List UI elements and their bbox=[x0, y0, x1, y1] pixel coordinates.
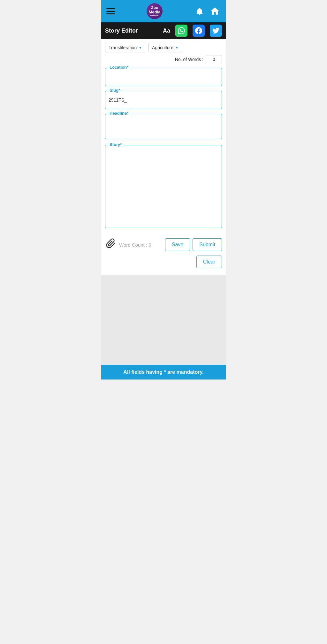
font-size-button[interactable]: Aa bbox=[163, 27, 170, 34]
no-of-words-label: No. of Words : bbox=[175, 57, 203, 62]
slug-input[interactable] bbox=[105, 91, 222, 109]
hamburger-menu[interactable] bbox=[106, 8, 115, 14]
word-count-display: 0 bbox=[206, 56, 222, 63]
transliteration-arrow-icon: ▼ bbox=[139, 46, 142, 50]
attachment-icon[interactable] bbox=[105, 237, 117, 252]
transliteration-dropdown[interactable]: Transliteration ▼ bbox=[105, 43, 145, 52]
footer-bar: All fields having * are mandatory. bbox=[101, 365, 226, 379]
story-field-group: Story* bbox=[105, 145, 222, 229]
main-content: Transliteration ▼ Agriculture ▼ No. of W… bbox=[101, 39, 226, 275]
whatsapp-share-button[interactable] bbox=[175, 25, 187, 37]
dropdowns-row: Transliteration ▼ Agriculture ▼ bbox=[105, 43, 222, 52]
editor-header: Story Editor Aa bbox=[101, 22, 226, 39]
slug-field-group: Slug* bbox=[105, 91, 222, 109]
headline-field-group: Headline* bbox=[105, 114, 222, 141]
clear-button[interactable]: Clear bbox=[196, 256, 222, 268]
facebook-share-button[interactable] bbox=[193, 25, 205, 37]
story-word-count: Word Count : 0 bbox=[117, 242, 165, 248]
category-dropdown[interactable]: Agriculture ▼ bbox=[148, 43, 182, 52]
logo-container: Zee Media MEDIA bbox=[147, 3, 163, 19]
location-field-group: Location* bbox=[105, 68, 222, 86]
story-input[interactable] bbox=[105, 145, 222, 228]
top-nav: Zee Media MEDIA bbox=[101, 0, 226, 22]
headline-label: Headline* bbox=[108, 111, 130, 116]
gray-area bbox=[101, 275, 226, 365]
save-button[interactable]: Save bbox=[165, 238, 190, 251]
twitter-share-button[interactable] bbox=[210, 25, 222, 37]
action-bar: Word Count : 0 Save Submit bbox=[105, 234, 222, 256]
transliteration-label: Transliteration bbox=[109, 45, 137, 50]
home-icon[interactable] bbox=[209, 5, 221, 17]
logo-zee-text: Zee Media bbox=[147, 5, 163, 15]
location-label: Location* bbox=[108, 65, 130, 70]
zee-media-logo: Zee Media MEDIA bbox=[147, 3, 163, 19]
clear-button-row: Clear bbox=[105, 256, 222, 272]
category-arrow-icon: ▼ bbox=[175, 46, 179, 50]
footer-text: All fields having * are mandatory. bbox=[123, 369, 203, 375]
word-count-row: No. of Words : 0 bbox=[105, 56, 222, 63]
submit-button[interactable]: Submit bbox=[193, 238, 222, 251]
slug-label: Slug* bbox=[108, 88, 121, 93]
nav-icons bbox=[194, 5, 221, 17]
bell-icon[interactable] bbox=[194, 5, 205, 17]
headline-input[interactable] bbox=[105, 114, 222, 139]
category-label: Agriculture bbox=[152, 45, 173, 50]
location-input[interactable] bbox=[105, 68, 222, 86]
editor-title: Story Editor bbox=[105, 27, 158, 34]
story-label: Story* bbox=[108, 142, 123, 147]
logo-media-text: MEDIA bbox=[147, 14, 163, 17]
action-buttons: Save Submit bbox=[165, 238, 222, 251]
